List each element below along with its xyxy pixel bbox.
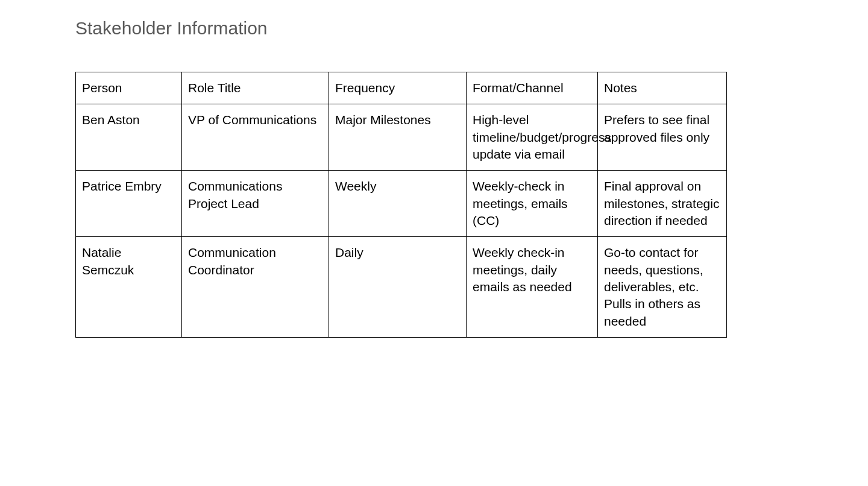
cell-format: High-level timeline/budget/progress upda…	[467, 104, 598, 171]
cell-frequency: Weekly	[329, 171, 467, 237]
header-person: Person	[76, 72, 182, 104]
cell-notes: Go-to contact for needs, questions, deli…	[598, 237, 727, 338]
table-row: Ben Aston VP of Communications Major Mil…	[76, 104, 727, 171]
cell-person: Patrice Embry	[76, 171, 182, 237]
cell-person: Natalie Semczuk	[76, 237, 182, 338]
cell-role: Communications Project Lead	[182, 171, 329, 237]
cell-notes: Prefers to see final approved files only	[598, 104, 727, 171]
cell-format: Weekly-check in meetings, emails (CC)	[467, 171, 598, 237]
table-row: Natalie Semczuk Communication Coordinato…	[76, 237, 727, 338]
cell-notes: Final approval on milestones, strategic …	[598, 171, 727, 237]
cell-frequency: Major Milestones	[329, 104, 467, 171]
stakeholder-table: Person Role Title Frequency Format/Chann…	[75, 72, 727, 338]
cell-frequency: Daily	[329, 237, 467, 338]
header-role: Role Title	[182, 72, 329, 104]
page-title: Stakeholder Information	[75, 18, 793, 39]
header-frequency: Frequency	[329, 72, 467, 104]
table-row: Patrice Embry Communications Project Lea…	[76, 171, 727, 237]
header-format: Format/Channel	[467, 72, 598, 104]
table-header-row: Person Role Title Frequency Format/Chann…	[76, 72, 727, 104]
cell-format: Weekly check-in meetings, daily emails a…	[467, 237, 598, 338]
cell-role: VP of Communications	[182, 104, 329, 171]
header-notes: Notes	[598, 72, 727, 104]
cell-person: Ben Aston	[76, 104, 182, 171]
cell-role: Communication Coordinator	[182, 237, 329, 338]
